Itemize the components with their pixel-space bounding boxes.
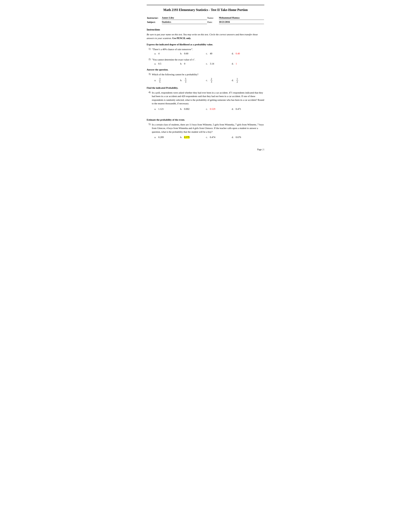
q4-b: b. 0.002	[180, 108, 206, 110]
q2-c: c. 3.14	[206, 62, 232, 65]
name-value: Mohammad Hamza	[219, 16, 264, 20]
q3-d-letter: d.	[232, 79, 235, 82]
q5-a: a. 0.289	[154, 136, 180, 139]
q3-d-numerator: 1	[236, 77, 238, 80]
q2-num: 2)	[147, 58, 152, 62]
q1-b-value: 0.60	[184, 52, 188, 55]
q4-a-letter: a.	[154, 108, 157, 110]
q2-b-letter: b.	[180, 62, 183, 65]
q1-answers: a. 4 b. 0.60 c. 40 d. 0.40	[154, 52, 264, 55]
q3-d-denominator: 2	[236, 80, 238, 83]
q2-d-letter: d.	[232, 62, 235, 65]
question-3-row: 3) Which of the following cannot be a pr…	[147, 73, 264, 76]
q3-d-fraction: 1 2	[236, 77, 238, 83]
q5-d-letter: d.	[232, 136, 235, 139]
q3-a: a. 3 5	[154, 77, 180, 83]
q1-num: 1)	[147, 48, 152, 51]
date-value: 10/21/2016	[219, 20, 264, 24]
subject-label: Subject:	[147, 20, 161, 24]
section4-title: Estimate the probability of the event.	[147, 118, 264, 121]
header-table: Instructor: James Liley Name: Mohammad H…	[147, 16, 264, 24]
q1-c-letter: c.	[206, 52, 209, 55]
q5-d: d. 0.676	[232, 136, 258, 139]
q3-d: d. 1 2	[232, 77, 258, 83]
q2-text: "You cannot determine the exact value of…	[152, 58, 264, 62]
q1-b-letter: b.	[180, 52, 183, 55]
q4-b-letter: b.	[180, 108, 183, 110]
q3-b-letter: b.	[180, 79, 183, 82]
q3-b-denominator: 3	[185, 80, 187, 83]
question-5-row: 5) In a certain class of students, there…	[147, 123, 264, 134]
q2-c-value: 3.14	[210, 62, 214, 65]
question-1-block: 1) “There’s a 40% chance of rain tomorro…	[147, 48, 264, 55]
q5-c-letter: c.	[206, 136, 209, 139]
q5-c-value: 0.474	[210, 136, 215, 139]
question-2-row: 2) "You cannot determine the exact value…	[147, 58, 264, 62]
q2-a-value: 0.5	[158, 62, 161, 65]
name-label: Name:	[207, 16, 219, 20]
question-3-block: 3) Which of the following cannot be a pr…	[147, 73, 264, 83]
q4-c: c. 0.529	[206, 108, 232, 110]
instructions-bold: Use PENCIL only	[172, 37, 191, 39]
q2-b: b. 0	[180, 62, 206, 65]
q3-a-fraction: 3 5	[159, 77, 161, 83]
instructions-text: Be sure to put your name on this test. Y…	[147, 33, 264, 40]
q3-c-letter: c.	[206, 79, 209, 82]
q5-text: In a certain class of students, there ar…	[152, 123, 264, 134]
q3-c-denominator: 3	[211, 80, 212, 83]
section2-title: Answer the question.	[147, 68, 264, 71]
q1-a-letter: a.	[154, 52, 157, 55]
q3-num: 3)	[147, 73, 152, 76]
top-border	[147, 5, 264, 5]
q4-a: a. 1.121	[154, 108, 180, 110]
q4-d: d. 0.471	[232, 108, 258, 110]
subject-value: Statistics	[162, 20, 207, 24]
q1-a-value: 4	[158, 52, 159, 55]
q5-c: c. 0.474	[206, 136, 232, 139]
q1-d: d. 0.40	[232, 52, 258, 55]
q4-d-value: 0.471	[236, 108, 241, 110]
question-4-row: 4) In a poll, respondents were asked whe…	[147, 91, 264, 105]
q4-b-value: 0.002	[184, 108, 189, 110]
q5-a-value: 0.289	[158, 136, 164, 139]
date-label: Date:	[207, 20, 219, 24]
q3-b: b. 5 3	[180, 77, 206, 83]
q3-c-fraction: 2 3	[211, 77, 212, 83]
q3-b-numerator: 5	[185, 77, 187, 80]
q3-c: c. 2 3	[206, 77, 232, 83]
q4-d-letter: d.	[232, 108, 235, 110]
q5-b-letter: b.	[180, 136, 183, 139]
q3-text: Which of the following cannot be a proba…	[152, 73, 264, 76]
q4-c-letter: c.	[206, 108, 209, 110]
q5-d-value: 0.676	[236, 136, 241, 139]
page-title: Math 2193 Elementary Statistics - Test I…	[147, 8, 264, 12]
q1-b: b. 0.60	[180, 52, 206, 55]
q2-d: d. 1	[232, 62, 258, 65]
q1-text: “There’s a 40% chance of rain tomorrow”.	[152, 48, 264, 51]
q2-b-value: 0	[184, 62, 185, 65]
q5-b-value: 0.579	[184, 136, 189, 139]
q5-num: 5)	[147, 123, 152, 134]
question-5-block: 5) In a certain class of students, there…	[147, 123, 264, 139]
q5-a-letter: a.	[154, 136, 157, 139]
section1-title: Express the indicated degree of likeliho…	[147, 43, 264, 46]
instructions-title: Instructions	[147, 28, 264, 31]
q1-c: c. 40	[206, 52, 232, 55]
q2-a: a. 0.5	[154, 62, 180, 65]
q5-b: b. 0.579	[180, 136, 206, 139]
instructions-period: .	[191, 37, 191, 39]
q3-a-letter: a.	[154, 79, 157, 82]
page-number: Page | 1	[257, 148, 264, 151]
q3-answers: a. 3 5 b. 5 3 c. 2 3 d. 1 2	[154, 77, 264, 83]
q2-answers: a. 0.5 b. 0 c. 3.14 d. 1	[154, 62, 264, 65]
instructor-label: Instructor:	[147, 16, 161, 20]
q3-a-numerator: 3	[159, 77, 161, 80]
q2-a-letter: a.	[154, 62, 157, 65]
instructions-text-italic: Be sure to put your name on this test. Y…	[147, 33, 258, 39]
q3-c-numerator: 2	[211, 77, 212, 80]
q1-c-value: 40	[210, 52, 212, 55]
question-4-block: 4) In a poll, respondents were asked whe…	[147, 91, 264, 110]
q1-a: a. 4	[154, 52, 180, 55]
q2-d-value: 1	[236, 62, 237, 65]
instructor-value: James Liley	[162, 16, 207, 20]
